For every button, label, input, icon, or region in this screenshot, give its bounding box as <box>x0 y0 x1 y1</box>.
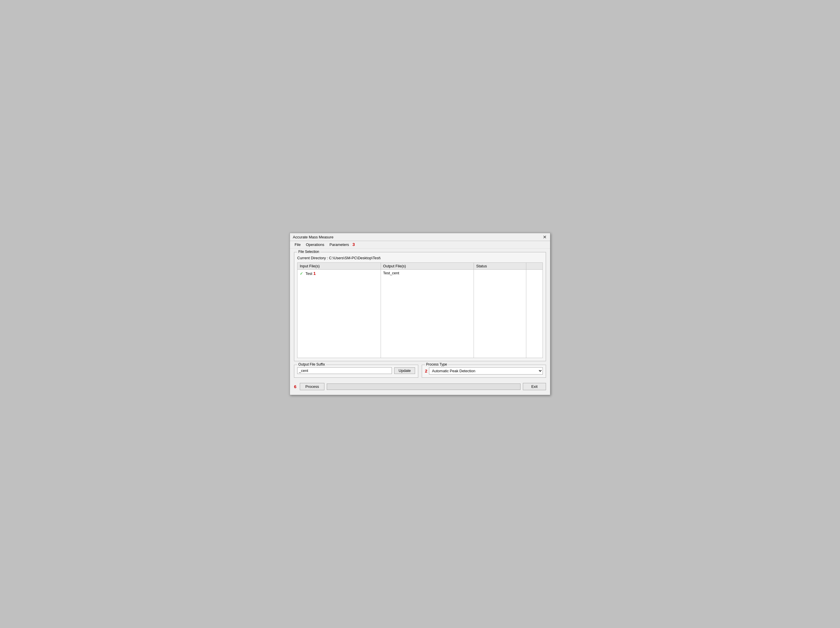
suffix-input[interactable] <box>297 367 392 374</box>
process-type-row: 2 Automatic Peak Detection Manual Peak D… <box>425 367 543 374</box>
title-bar: Accurate Mass Measure ✕ <box>290 233 550 241</box>
exit-button[interactable]: Exit <box>523 383 546 390</box>
row-annotation: 1 <box>313 271 316 276</box>
footer-bar: 6 Process Exit <box>294 381 546 391</box>
menu-bar: File Operations Parameters 3 <box>290 241 550 249</box>
col-output-files: Output File(s) <box>381 262 474 270</box>
output-suffix-label: Output File Suffix <box>297 362 326 366</box>
input-file-cell: ✓ Test 1 <box>297 270 381 277</box>
suffix-row: Update <box>297 367 415 374</box>
bottom-section: Output File Suffix Update Process Type 2… <box>294 365 546 378</box>
menu-annotation: 3 <box>352 242 355 248</box>
checkmark-icon: ✓ <box>300 271 303 276</box>
process-type-group: Process Type 2 Automatic Peak Detection … <box>422 365 546 378</box>
output-file-cell: Test_cent <box>381 270 474 277</box>
table-row[interactable]: ✓ Test 1 Test_cent <box>297 270 543 277</box>
close-button[interactable]: ✕ <box>542 235 547 240</box>
menu-operations[interactable]: Operations <box>303 242 327 248</box>
col-status: Status <box>474 262 526 270</box>
footer-annotation: 6 <box>294 384 296 389</box>
current-directory: Current Directory : C:\Users\SM-PC\Deskt… <box>297 256 543 260</box>
main-window: Accurate Mass Measure ✕ File Operations … <box>290 233 550 395</box>
process-button[interactable]: Process <box>300 383 324 390</box>
file-selection-group: File Selection Current Directory : C:\Us… <box>294 252 546 361</box>
process-type-select[interactable]: Automatic Peak Detection Manual Peak Det… <box>429 367 543 374</box>
output-suffix-group: Output File Suffix Update <box>294 365 418 378</box>
file-table: Input File(s) Output File(s) Status ✓ Te… <box>297 262 543 358</box>
col-extra <box>526 262 543 270</box>
menu-parameters[interactable]: Parameters <box>327 242 351 248</box>
empty-table-rows <box>297 277 543 358</box>
col-input-files: Input File(s) <box>297 262 381 270</box>
window-title: Accurate Mass Measure <box>293 235 333 239</box>
file-selection-label: File Selection <box>297 250 321 254</box>
menu-file[interactable]: File <box>292 242 303 248</box>
table-header-row: Input File(s) Output File(s) Status <box>297 262 543 270</box>
update-button[interactable]: Update <box>394 367 415 374</box>
main-content: File Selection Current Directory : C:\Us… <box>290 249 550 395</box>
extra-cell <box>526 270 543 277</box>
input-file-name: Test <box>305 271 312 276</box>
process-type-label: Process Type <box>425 362 448 366</box>
process-type-annotation: 2 <box>425 368 427 373</box>
status-cell <box>474 270 526 277</box>
progress-bar <box>327 383 521 390</box>
